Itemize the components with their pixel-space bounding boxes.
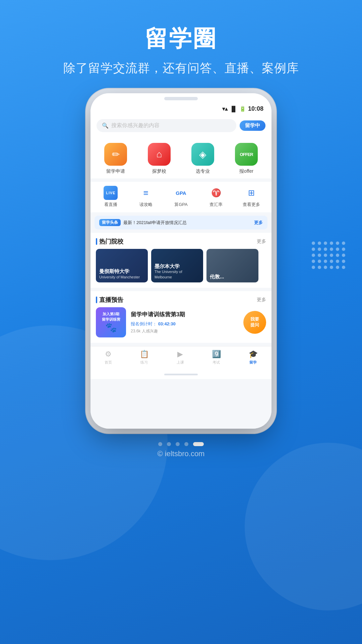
page-dots: [158, 442, 204, 446]
sec-gpa-label: 算GPA: [174, 202, 188, 208]
phone-notch-bar: [90, 93, 272, 104]
live-info: 留学申请训练营第3期 报名倒计时： 03:42:30 23.6k 人感兴趣: [131, 311, 239, 334]
uni-name-en-2: The University of Melbourne: [155, 269, 200, 280]
section-header-schools: 热门院校 更多: [90, 233, 272, 249]
nav-practice[interactable]: 📋 练习: [140, 350, 149, 365]
bottom-navigation: ⚙ 首页 📋 练习 ▶ 上课 9️⃣ 考试 🎓 留学: [90, 346, 272, 370]
uni-card-london[interactable]: 伦敦...: [206, 249, 258, 282]
signal-icon: ▐▌: [230, 106, 237, 112]
dot-decoration: [312, 241, 345, 269]
sec-guide[interactable]: ≡ 读攻略: [132, 186, 159, 208]
live-title-text: 直播预告: [99, 296, 123, 304]
nav-practice-label: 练习: [140, 360, 148, 365]
schools-more-button[interactable]: 更多: [257, 238, 266, 245]
uni-card-overlay-3: 伦敦...: [206, 249, 258, 282]
search-bar[interactable]: 🔍 搜索你感兴趣的内容: [97, 119, 236, 132]
uni-card-overlay-2: 墨尔本大学 The University of Melbourne: [151, 249, 203, 282]
nav-study-abroad[interactable]: 🎓 留学: [249, 350, 258, 365]
phone-content: ✏ 留学申请 ⌂ 探梦校 ◈ 选专业 OFFER 报offer: [90, 137, 272, 429]
action-liuxue-label: 留学申请: [106, 168, 125, 174]
class-icon: ▶: [177, 350, 183, 359]
status-bar: ▾▴ ▐▌ 🔋 10:08: [90, 104, 272, 115]
live-interest: 23.6k 人感兴趣: [131, 328, 239, 334]
page-header: 留学圈 除了留学交流群，还有问答、直播、案例库: [43, 0, 319, 87]
section-header-live: 直播预告 更多: [90, 291, 272, 307]
nav-home-label: 首页: [105, 360, 112, 365]
sec-live-label: 看直播: [104, 202, 117, 208]
sec-guide-label: 读攻略: [139, 202, 153, 208]
dot-4[interactable]: [184, 442, 188, 446]
uni-card-manchester[interactable]: 曼彻斯特大学 University of Manchester: [96, 249, 148, 282]
sec-more[interactable]: ⊞ 查看更多: [238, 186, 265, 208]
gpa-icon: GPA: [174, 186, 188, 200]
live-thumbnail: 加入第3期留学训练营 🐾: [96, 307, 126, 337]
search-placeholder-text: 搜索你感兴趣的内容: [111, 122, 160, 129]
phone-mockup: ▾▴ ▐▌ 🔋 10:08 🔍 搜索你感兴趣的内容 留学中 ✏ 留学申请: [90, 93, 272, 429]
action-offer-label: 报offer: [239, 168, 253, 174]
exam-icon: 9️⃣: [212, 350, 221, 359]
live-icon: LIVE: [104, 186, 118, 200]
study-abroad-icon: 🎓: [249, 350, 258, 359]
hot-schools-section: 热门院校 更多 曼彻斯特大学 University of Manchester: [90, 233, 272, 288]
search-area: 🔍 搜索你感兴趣的内容 留学中: [90, 115, 272, 137]
uni-card-overlay-1: 曼彻斯特大学 University of Manchester: [96, 249, 148, 282]
section-title-live: 直播预告: [96, 296, 123, 304]
footer-copyright: © ieltsbro.com: [158, 449, 205, 458]
home-bar: [164, 374, 198, 375]
news-banner[interactable]: 留学头条 最新！2021fall申请开放情况汇总 更多: [95, 216, 267, 229]
sec-exchange-label: 查汇率: [209, 202, 223, 208]
quick-actions: ✏ 留学申请 ⌂ 探梦校 ◈ 选专业 OFFER 报offer: [90, 137, 272, 178]
uni-name-zh-3: 伦敦...: [210, 273, 255, 280]
liuxue-icon: ✏: [104, 143, 127, 166]
dot-3[interactable]: [176, 442, 180, 446]
countdown-time: 03:42:30: [158, 321, 176, 326]
nav-class-label: 上课: [177, 360, 184, 365]
dot-5-active[interactable]: [193, 442, 204, 446]
uni-name-zh-2: 墨尔本大学: [155, 263, 200, 270]
live-item: 加入第3期留学训练营 🐾 留学申请训练营第3期 报名倒计时： 03:42:30 …: [90, 307, 272, 343]
action-liuxue[interactable]: ✏ 留学申请: [102, 143, 129, 174]
secondary-actions: LIVE 看直播 ≡ 读攻略 GPA 算GPA ♈ 查汇: [90, 182, 272, 212]
live-btn-line1: 我要: [250, 317, 259, 322]
action-offer[interactable]: OFFER 报offer: [233, 143, 260, 174]
live-more-button[interactable]: 更多: [257, 297, 266, 303]
section-title-text-schools: 热门院校: [99, 237, 123, 246]
nav-home[interactable]: ⚙ 首页: [105, 350, 112, 365]
live-thumb-line1: 加入第3期留学训练营: [102, 312, 120, 322]
sec-live[interactable]: LIVE 看直播: [97, 186, 124, 208]
sec-more-label: 查看更多: [243, 202, 260, 208]
action-xuanzhuanye-label: 选专业: [196, 168, 210, 174]
section-title-schools: 热门院校: [96, 237, 123, 246]
live-mascot: 🐾: [105, 322, 117, 333]
live-ask-button[interactable]: 我要 提问: [243, 311, 266, 334]
action-tanmeng[interactable]: ⌂ 探梦校: [146, 143, 173, 174]
action-xuanzhuanye[interactable]: ◈ 选专业: [189, 143, 216, 174]
battery-icon: 🔋: [239, 106, 246, 112]
status-icons: ▾▴ ▐▌ 🔋 10:08: [222, 105, 263, 112]
offer-icon: OFFER: [235, 143, 258, 166]
dot-1[interactable]: [158, 442, 162, 446]
news-text: 最新！2021fall申请开放情况汇总: [123, 220, 251, 226]
uni-name-zh-1: 曼彻斯特大学: [99, 268, 144, 275]
home-icon: ⚙: [105, 350, 112, 359]
page-subtitle: 除了留学交流群，还有问答、直播、案例库: [63, 60, 299, 76]
study-status-badge[interactable]: 留学中: [240, 120, 265, 131]
phone-home-bar: [90, 370, 272, 379]
live-countdown: 报名倒计时： 03:42:30: [131, 321, 239, 327]
xuanzhuanye-icon: ◈: [191, 143, 214, 166]
guide-icon: ≡: [139, 186, 153, 200]
sec-exchange[interactable]: ♈ 查汇率: [203, 186, 230, 208]
live-btn-line2: 提问: [250, 322, 259, 328]
nav-class[interactable]: ▶ 上课: [177, 350, 184, 365]
nav-exam-label: 考试: [213, 360, 220, 365]
countdown-label: 报名倒计时：: [131, 321, 157, 326]
nav-exam[interactable]: 9️⃣ 考试: [212, 350, 221, 365]
sec-gpa[interactable]: GPA 算GPA: [168, 186, 194, 208]
dot-2[interactable]: [167, 442, 171, 446]
live-title: 留学申请训练营第3期: [131, 311, 239, 318]
live-title-bar: [96, 297, 97, 303]
tanmeng-icon: ⌂: [148, 143, 171, 166]
practice-icon: 📋: [140, 350, 149, 359]
news-more[interactable]: 更多: [254, 220, 263, 226]
uni-card-melbourne[interactable]: 墨尔本大学 The University of Melbourne: [151, 249, 203, 282]
